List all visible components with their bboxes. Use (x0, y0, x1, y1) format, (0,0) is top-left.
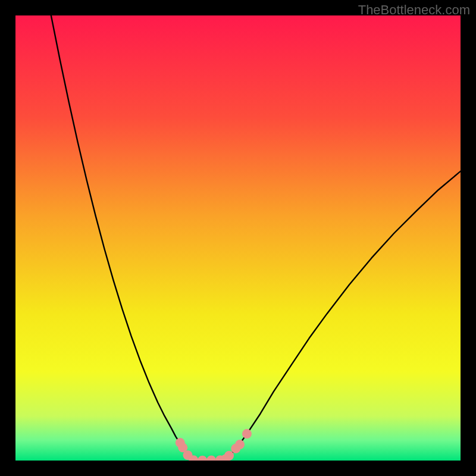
gradient-background (15, 15, 461, 461)
svg-rect-0 (15, 15, 461, 461)
chart-container: TheBottleneck.com (0, 0, 476, 476)
watermark-label: TheBottleneck.com (358, 2, 470, 18)
plot-area (15, 15, 461, 461)
